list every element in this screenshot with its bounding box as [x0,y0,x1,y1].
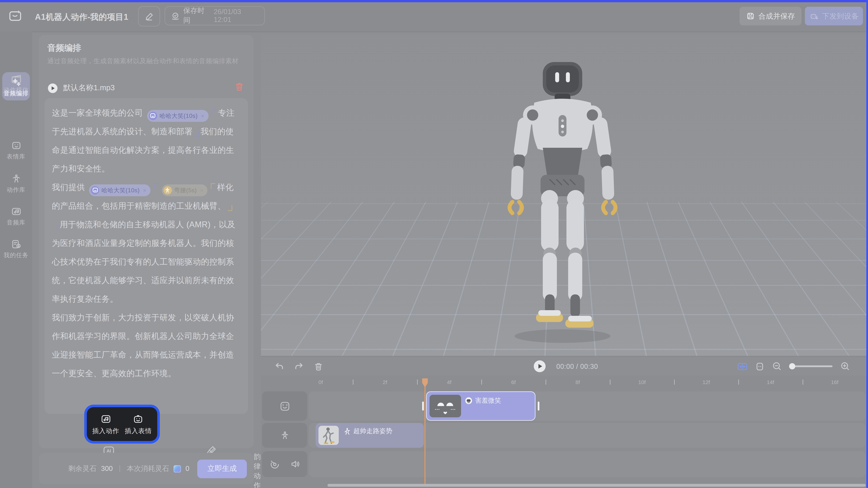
timeline-zoom-slider[interactable] [789,366,833,367]
expression-clip[interactable]: 害羞微笑 [426,391,535,421]
action-tag[interactable]: 弯腰(5s)× [162,184,208,196]
sidebar-label: 音频编排 [0,90,32,97]
rhythm-disc-icon [269,459,280,469]
zoom-slider-handle[interactable] [789,363,795,369]
sidebar-item-expression-library[interactable]: 表情库 [0,140,32,161]
robot-model[interactable] [487,59,639,346]
generate-now-button[interactable]: 立即生成 [197,459,247,478]
footer-divider [120,465,120,472]
zoom-out-button[interactable] [772,362,782,371]
script-editor[interactable]: 这是一家全球领先的公司 哈哈大笑(10s)×专注于先进机器人系统的设计、制造和部… [44,98,248,414]
redo-button[interactable] [294,362,304,371]
play-button[interactable] [533,360,546,373]
play-audio-button[interactable] [48,83,58,93]
cloud-check-icon [171,11,180,21]
insert-expression-icon [133,413,144,425]
ruler-minor-tick [482,379,482,384]
viewport-3d[interactable]: Z Y X [261,35,866,356]
sidebar-item-audio-library[interactable]: 音频库 [0,206,32,227]
task-list-icon [10,238,22,250]
audio-folder-icon [10,206,22,217]
ruler-tick-label: 8f [569,379,586,385]
insert-motion-button[interactable]: 插入动作 [92,413,119,435]
audio-track-header[interactable] [262,451,307,477]
ruler-minor-tick [546,379,546,384]
action-track-icon [279,430,290,441]
delete-audio-button[interactable] [235,82,244,91]
undo-button[interactable] [275,362,284,371]
person-icon [10,173,22,184]
tag-remove-icon[interactable]: × [201,106,205,125]
ruler-minor-tick [417,379,417,384]
sidebar-label: 我的任务 [0,252,32,259]
app-window: A1机器人动作-我的项目1 保存时间 26/01/03 12:01 合成并保存 [0,0,868,488]
action-tag-icon [163,186,172,194]
quote-bracket-yellow [211,183,215,189]
ruler-tick-label: 4f [441,379,458,385]
frame-accent-top [0,0,868,2]
expression-track-header[interactable] [262,391,307,421]
robot-download-icon [809,12,818,21]
action-clip-label: 超帅走路姿势 [353,427,392,435]
panel-subtitle: 通过音频处理，生成音频素材以及融合动作和表情的音频编排素材 [48,57,239,65]
tag-remove-icon[interactable]: × [143,181,146,199]
script-text: 这是一家全球领先的公司 [52,108,146,117]
tag-label: 弯腰(5s) [174,181,197,199]
insert-motion-label: 插入动作 [92,427,119,435]
app-logo-icon[interactable] [8,8,24,24]
insert-expression-button[interactable]: 插入表情 [125,413,152,435]
playhead-line[interactable] [425,387,425,484]
zoom-in-button[interactable] [840,362,850,371]
speaker-icon [290,459,300,469]
pencil-icon [145,12,154,21]
expression-track-row[interactable] [309,391,866,421]
save-status-chip: 保存时间 26/01/03 12:01 [164,6,265,25]
panel-title: 音频编排 [48,43,81,54]
sidebar-item-motion-library[interactable]: 动作库 [0,173,32,194]
expression-tag[interactable]: 哈哈大笑(10s)× [147,110,208,122]
action-track-header[interactable] [262,423,307,448]
expression-tag[interactable]: 哈哈大笑(10s)× [89,184,150,196]
ruler-tick-label: 10f [633,379,650,385]
ruler-tick-label: 12f [698,379,715,385]
robot-face-icon [10,140,22,151]
fit-view-button[interactable] [755,362,764,371]
expression-clip-label-row: 害羞微笑 [465,397,501,405]
merge-save-button[interactable]: 合成并保存 [740,7,802,25]
audio-track-row[interactable] [309,451,866,477]
expression-track-icon [279,401,290,411]
snap-toggle-button[interactable] [737,362,747,371]
playhead-marker[interactable] [421,378,429,388]
deploy-device-label: 下发到设备 [822,11,859,21]
generate-footer: 剩余灵石 300 本次消耗灵石 0 立即生成 [39,453,254,484]
save-time-label: 保存时间 [183,6,210,25]
sparkle-icon [10,77,22,88]
quote-bracket-purple [194,131,199,137]
walking-person-icon [344,428,350,435]
sidebar-item-audio-arrange[interactable]: 音频编排 [0,77,32,97]
ruler-tick-label: 14f [762,379,779,385]
deploy-device-button[interactable]: 下发到设备 [805,7,863,25]
tag-remove-icon[interactable]: × [200,181,204,199]
timeline-horizontal-scrollbar[interactable] [328,484,866,487]
audio-arrange-panel: 音频编排 通过音频处理，生成音频素材以及融合动作和表情的音频编排素材 默认名称1… [39,35,254,448]
ruler-tick-label: 2f [376,379,394,385]
rename-button[interactable] [138,6,160,27]
sidebar-item-my-tasks[interactable]: 我的任务 [0,238,32,259]
cost-stones-value: 0 [185,465,189,472]
expression-clip-thumbnail [430,395,461,417]
script-text: 用于物流和仓储的自主移动机器人 (AMR)，以及为医疗和酒店业量身定制的服务机器… [52,220,236,304]
action-clip-label-row: 超帅走路姿势 [344,427,392,435]
ruler-minor-tick [803,379,803,384]
script-rich-text[interactable]: 这是一家全球领先的公司 哈哈大笑(10s)×专注于先进机器人系统的设计、制造和部… [52,104,241,383]
insert-motion-icon [100,413,112,425]
action-clip[interactable]: 超帅走路姿势 [316,423,424,448]
quote-bracket-purple [212,109,216,114]
expression-tag-icon [149,112,157,120]
clip-trim-handle-left[interactable] [422,402,424,410]
ruler-minor-tick [353,379,353,384]
top-bar: A1机器人动作-我的项目1 保存时间 26/01/03 12:01 合成并保存 [0,0,868,32]
sidebar-label: 音频库 [0,219,32,227]
delete-clip-button[interactable] [314,362,323,371]
clip-trim-handle-right[interactable] [538,402,539,410]
